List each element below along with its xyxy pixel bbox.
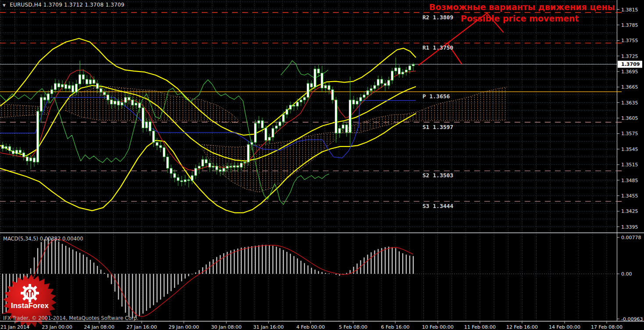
candle-body [51,90,53,93]
candle-body [86,79,88,84]
candle-body [311,83,313,87]
time-axis-label: 14 Feb 00:00 [549,324,580,330]
price-axis-label: 1.3665 [621,84,638,90]
time-axis-label: 21 Jan 2014 [0,324,29,330]
candle-body [139,103,141,108]
chart-background [0,0,644,330]
candle-body [402,72,404,74]
candle-body [325,86,327,88]
candle-body [233,166,236,168]
candle-body [356,101,358,104]
candle-body [181,181,183,182]
candle-body [153,131,155,143]
candle-body [75,84,78,92]
candle-body [202,159,204,166]
gear-core [29,290,32,293]
candle-body [121,103,123,105]
candle-body [205,159,208,163]
candle-body [230,166,232,167]
price-axis-label: 1.3485 [621,178,638,183]
candle-body [346,125,348,133]
candle-body [132,100,134,105]
candle-body [272,129,274,137]
candle-body [244,162,246,163]
candle-body [254,123,257,143]
price-axis-label: 1.3395 [621,224,638,230]
price-axis-label: 1.3755 [621,38,638,43]
candle-body [398,68,401,74]
candle-body [111,100,113,104]
candle-body [405,70,408,72]
candle-body [149,122,151,131]
candle-body [283,115,285,122]
candle-body [12,151,14,154]
candle-body [93,80,95,83]
candle-body [61,84,64,87]
candle-body [89,80,92,84]
candle-body [97,83,99,89]
candle-body [304,97,306,100]
time-axis-label: 12 Feb 16:00 [506,324,538,330]
price-axis-label: 1.3575 [621,131,638,136]
candle-body [279,122,281,126]
candle-body [275,126,278,129]
candle-body [40,97,43,111]
price-axis-label: 1.3605 [621,115,638,121]
candle-body [261,121,264,128]
candle-body [23,153,25,157]
candle-body [293,105,295,106]
price-axis-label: 1.3815 [621,7,638,13]
candle-body [409,66,411,70]
price-axis-label: 1.3635 [621,100,638,106]
macd-axis-label: -0.00963 [621,316,643,322]
candle-body [47,94,50,100]
candle-body [135,103,137,105]
candle-body [265,128,267,140]
candle-body [318,69,320,73]
candle-body [198,166,200,169]
candle-body [286,109,288,115]
candle-body [209,163,211,167]
candle-body [195,168,197,176]
time-axis-label: 30 Jan 08:00 [211,324,242,330]
candle-body [363,95,365,97]
candle-body [174,173,176,177]
price-axis-label: 1.3455 [621,193,638,199]
price-axis-label: 1.3545 [621,147,638,152]
candle-body [212,166,215,167]
candle-body [219,170,222,172]
candle-body [374,86,376,89]
time-axis-label: 6 Feb 16:00 [381,324,409,330]
gear-prong [32,292,33,297]
time-axis-label: 4 Feb 00:00 [296,324,325,330]
time-axis-label: 29 Jan 00:00 [168,324,199,330]
candle-body [321,73,323,88]
mt4-chart-window[interactable]: InstaForex1.38151.37851.37551.37251.3695… [0,0,644,330]
candle-body [2,145,4,148]
price-axis-label: 1.3695 [621,69,638,75]
candle-body [146,122,148,128]
candle-body [258,121,260,123]
candle-body [268,137,271,140]
candle-body [307,83,309,97]
candle-body [26,157,29,161]
candle-body [142,108,144,128]
candle-body [290,105,292,109]
candle-body [16,150,18,154]
time-axis-label: 31 Jan 16:00 [253,324,284,330]
time-axis-label: 23 Jan 00:00 [42,324,72,330]
candle-body [79,75,81,84]
gear-prong [27,292,28,297]
candle-body [72,86,74,92]
candle-body [216,166,218,170]
candle-body [391,71,394,80]
candle-body [160,146,162,148]
current-price-tag-text: 1.3709 [621,61,640,67]
chart-canvas[interactable]: InstaForex1.38151.37851.37551.37251.3695… [0,0,644,330]
candle-body [388,80,390,86]
time-axis-label: 5 Feb 08:00 [339,324,367,330]
candle-body [191,176,193,181]
time-axis-label: 24 Jan 08:00 [84,324,114,330]
candle-body [367,91,369,95]
candle-body [412,64,415,66]
